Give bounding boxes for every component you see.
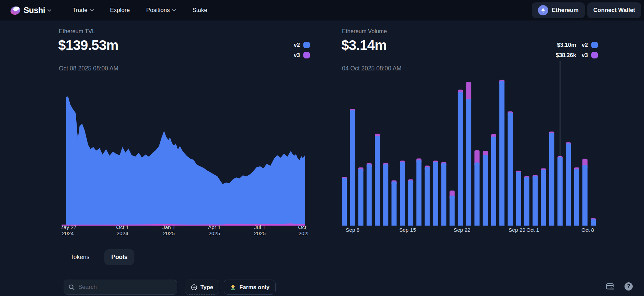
svg-text:May 272024: May 272024: [62, 224, 77, 236]
nav-item-trade[interactable]: Trade: [73, 7, 94, 14]
connect-wallet-button[interactable]: Connect Wallet: [587, 2, 641, 18]
farmer-icon: [230, 284, 236, 291]
plus-circle-icon: [191, 284, 197, 291]
nav-item-label: Trade: [73, 7, 88, 14]
legend-row-v3: v3: [277, 52, 310, 58]
legend-value: $38.26k: [556, 52, 576, 58]
network-selector-button[interactable]: Ethereum: [532, 2, 584, 18]
tab-pools[interactable]: Pools: [104, 249, 134, 265]
svg-text:Oct 82025: Oct 82025: [298, 224, 308, 236]
type-filter-label: Type: [200, 284, 213, 291]
network-name: Ethereum: [552, 7, 578, 14]
connect-wallet-label: Connect Wallet: [593, 7, 635, 14]
tvl-area-chart[interactable]: May 272024Oct 12024Jan 12025Apr 12025Jul…: [62, 73, 308, 241]
window-gear-icon[interactable]: [606, 283, 615, 292]
tvl-chart-title: Ethereum TVL: [59, 28, 95, 35]
search-box[interactable]: [64, 280, 177, 295]
nav-right: Ethereum Connect Wallet: [532, 2, 641, 18]
legend-row-v2: $3.10m v2: [533, 42, 598, 48]
help-icon[interactable]: ?: [625, 282, 633, 291]
chevron-down-icon: [90, 9, 94, 12]
top-nav: Sushi Trade Explore Positions Stake: [0, 0, 644, 21]
svg-text:Sep 29: Sep 29: [509, 227, 525, 233]
tvl-chart-value: $139.53m: [58, 38, 118, 53]
type-filter-button[interactable]: Type: [185, 280, 219, 295]
tab-tokens[interactable]: Tokens: [64, 249, 96, 265]
legend-label: v3: [294, 52, 300, 58]
nav-item-explore[interactable]: Explore: [110, 7, 130, 14]
legend-swatch-v2: [591, 42, 598, 48]
volume-bar-chart[interactable]: Sep 8Sep 15Sep 22Sep 29Oct 1Oct 8: [339, 58, 599, 240]
legend-row-v3: $38.26k v3: [533, 52, 598, 58]
svg-text:Sep 15: Sep 15: [399, 227, 416, 233]
tvl-legend: v2 v3: [277, 42, 310, 58]
farms-only-button[interactable]: Farms only: [224, 280, 276, 295]
nav-item-stake[interactable]: Stake: [192, 7, 207, 14]
svg-text:Oct 8: Oct 8: [581, 227, 594, 233]
legend-label: v2: [582, 42, 588, 48]
volume-chart-value: $3.14m: [341, 38, 387, 53]
svg-text:Sep 8: Sep 8: [346, 227, 360, 233]
svg-text:Apr 12025: Apr 12025: [208, 224, 221, 236]
sushi-roll-icon: [10, 4, 21, 16]
legend-swatch-v3: [303, 52, 310, 58]
legend-label: v3: [582, 52, 588, 58]
tvl-chart-date: Oct 08 2025 08:00 AM: [59, 65, 118, 72]
farms-only-label: Farms only: [239, 284, 270, 291]
nav-item-label: Positions: [146, 7, 170, 14]
nav-menu: Trade Explore Positions Stake: [73, 0, 207, 21]
nav-item-label: Stake: [192, 7, 207, 14]
legend-label: v2: [294, 42, 300, 48]
volume-legend: $3.10m v2 $38.26k v3: [533, 42, 598, 58]
legend-swatch-v2: [303, 42, 310, 48]
volume-chart-title: Ethereum Volume: [342, 28, 387, 35]
nav-item-positions[interactable]: Positions: [146, 7, 176, 14]
search-input[interactable]: [78, 284, 172, 291]
legend-value: $3.10m: [557, 42, 576, 48]
search-icon: [68, 284, 75, 291]
chevron-down-icon: [48, 9, 51, 12]
svg-text:Oct 12024: Oct 12024: [116, 224, 129, 236]
svg-text:Jul 12025: Jul 12025: [254, 224, 265, 236]
list-tabs: Tokens Pools: [64, 249, 134, 265]
svg-text:Oct 1: Oct 1: [526, 227, 539, 233]
nav-item-label: Explore: [110, 7, 130, 14]
sushi-logo[interactable]: Sushi: [10, 0, 51, 21]
ethereum-icon: [538, 5, 548, 15]
chevron-down-icon: [172, 9, 176, 12]
svg-text:Jan 12025: Jan 12025: [162, 224, 175, 236]
svg-text:Sep 22: Sep 22: [454, 227, 470, 233]
legend-swatch-v3: [591, 52, 598, 58]
legend-row-v2: v2: [277, 42, 310, 48]
logo-text: Sushi: [24, 5, 45, 15]
